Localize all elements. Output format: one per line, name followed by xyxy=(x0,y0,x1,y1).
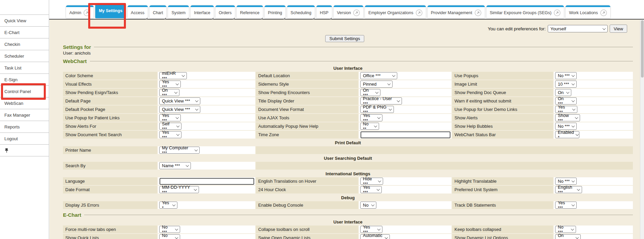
field-select[interactable]: Name *** xyxy=(159,162,191,169)
field-select[interactable]: On hover xyxy=(555,234,581,239)
field-select[interactable]: Yes *** xyxy=(159,114,181,121)
sidebar-item-scheduler[interactable]: Scheduler xyxy=(0,50,49,62)
field-select[interactable]: Yes * xyxy=(159,202,177,209)
table-row: Force multi-row tabs openNo ***Collapse … xyxy=(63,226,633,233)
field-select[interactable]: Yes *** xyxy=(555,106,577,113)
sidebar-item-reports[interactable]: Reports xyxy=(0,121,49,133)
field-select[interactable]: On *** xyxy=(159,89,179,96)
sidebar-item-task-list[interactable]: Task List xyxy=(0,62,49,74)
field-select[interactable]: No ** xyxy=(360,123,379,130)
chevron-down-icon xyxy=(194,187,197,191)
table-row: Search ByName *** xyxy=(63,162,633,170)
field-value-cell: Yes *** xyxy=(359,226,451,233)
field-label: Warn if exiting without submit xyxy=(452,97,553,105)
tab-chart[interactable]: Chart xyxy=(149,5,167,18)
field-value-cell: Office *** xyxy=(359,72,451,80)
submit-settings-button[interactable]: Submit Settings xyxy=(325,35,364,42)
field-select[interactable]: PDF & PNG *** xyxy=(360,106,394,113)
field-select[interactable]: MM-DD-YYYY *** xyxy=(159,186,199,193)
chevron-down-icon xyxy=(374,124,377,127)
group-header: Print Default xyxy=(63,139,633,146)
field-label: WebChart Status Bar xyxy=(452,131,553,139)
tab-label: Provider Management xyxy=(431,10,472,15)
tab-version[interactable]: Version xyxy=(334,5,364,18)
field-label: Swipe Open Dynamic Lists xyxy=(256,234,358,239)
view-button[interactable]: View xyxy=(610,25,627,33)
field-select[interactable]: No *** xyxy=(555,226,576,233)
field-select[interactable]: My Computer *** xyxy=(159,147,200,154)
field-select[interactable]: On xyxy=(555,89,571,96)
field-select[interactable]: Yes *** xyxy=(360,186,382,193)
field-select[interactable]: Yes *** xyxy=(159,131,181,138)
field-select[interactable]: No *** xyxy=(555,123,577,130)
sidebar-item-logout[interactable]: Logout xyxy=(0,133,49,145)
select-value: No *** xyxy=(558,73,570,78)
tab-printing[interactable]: Printing xyxy=(265,5,285,18)
tab-label: Printing xyxy=(268,10,282,15)
sidebar-item-webscan[interactable]: WebScan xyxy=(0,97,49,109)
field-select[interactable]: Yes *** xyxy=(360,114,382,121)
sidebar: Quick ViewE-ChartCheckinSchedulerTask Li… xyxy=(0,0,49,239)
tab-my-settings[interactable]: My Settings xyxy=(95,3,126,18)
field-select[interactable]: Self *** xyxy=(159,123,181,130)
tab-system[interactable]: System xyxy=(168,5,189,18)
select-value: MM-DD-YYYY *** xyxy=(162,185,192,195)
sidebar-item-label: Scheduler xyxy=(4,54,24,59)
field-select[interactable]: Yes *** xyxy=(555,202,577,209)
tab-reference[interactable]: Reference xyxy=(237,5,263,18)
field-select[interactable]: No *** xyxy=(555,178,577,185)
field-select[interactable]: No *** xyxy=(159,226,180,233)
field-select[interactable]: Office *** xyxy=(360,72,397,79)
field-select[interactable]: 10 *** xyxy=(555,81,577,88)
field-select[interactable]: Practice - User *** xyxy=(360,97,402,104)
tab-interface[interactable]: Interface xyxy=(191,5,214,18)
field-select[interactable]: miEHR *** xyxy=(159,72,187,79)
vertical-scrollbar[interactable] xyxy=(640,20,644,239)
settings-for-label: Settings for xyxy=(63,44,91,50)
field-select[interactable]: Quick View *** xyxy=(159,106,200,113)
tab-label: System xyxy=(171,10,185,15)
edit-preferences-select[interactable]: Yourself xyxy=(548,25,608,32)
field-select[interactable]: Enabled * xyxy=(555,131,579,138)
select-value: No *** xyxy=(162,233,173,239)
chevron-down-icon xyxy=(377,187,380,191)
tab-access[interactable]: Access xyxy=(128,5,148,18)
group-header: User Interface xyxy=(63,218,633,225)
field-text-input[interactable] xyxy=(361,131,450,138)
field-select[interactable]: On *** xyxy=(360,89,380,96)
field-select[interactable]: No xyxy=(360,202,376,209)
tab-scheduling[interactable]: Scheduling xyxy=(287,5,315,18)
sidebar-item-e-chart[interactable]: E-Chart xyxy=(0,27,49,38)
field-select[interactable]: No *** xyxy=(159,234,180,239)
field-select[interactable]: English *** xyxy=(555,186,582,193)
field-select[interactable]: Quick View *** xyxy=(159,97,200,104)
field-select[interactable]: Show *** xyxy=(555,114,580,121)
tab-admin[interactable]: Admin xyxy=(66,5,94,18)
field-select[interactable]: On *** xyxy=(555,97,577,104)
field-value-cell: miEHR *** xyxy=(158,72,255,80)
sidebar-item-pin[interactable] xyxy=(0,145,49,156)
tab-work-locations[interactable]: Work Locations xyxy=(566,5,610,18)
edit-preferences-label: You can edit preferences for: xyxy=(488,26,546,31)
tab-employer-organizations[interactable]: Employer Organizations xyxy=(365,5,426,18)
field-select[interactable]: Yes *** xyxy=(360,226,382,233)
tab-provider-management[interactable]: Provider Management xyxy=(428,5,485,18)
scrollbar-thumb[interactable] xyxy=(641,20,644,78)
field-label: Show Alerts xyxy=(452,114,553,122)
field-select[interactable]: No *** xyxy=(555,72,577,79)
sidebar-item-control-panel[interactable]: Control Panel xyxy=(0,86,49,97)
field-select[interactable]: Pinned xyxy=(360,81,393,88)
tab-orders[interactable]: Orders xyxy=(215,5,235,18)
field-select[interactable]: Yes *** xyxy=(159,81,181,88)
sidebar-item-e-sign[interactable]: E-Sign xyxy=(0,74,49,86)
field-select[interactable]: Hide *** xyxy=(360,178,383,185)
tab-similar-exposure-groups-segs-[interactable]: Similar Exposure Groups (SEGs) xyxy=(486,5,564,18)
sidebar-item-quick-view[interactable]: Quick View xyxy=(0,15,49,27)
sidebar-item-fax-manager[interactable]: Fax Manager xyxy=(0,109,49,121)
tab-hsp[interactable]: HSP xyxy=(316,5,332,18)
empty-filler-cell xyxy=(256,146,633,154)
field-text-input[interactable] xyxy=(160,178,254,185)
sidebar-item-checkin[interactable]: Checkin xyxy=(0,38,49,50)
field-value-cell: Yes *** xyxy=(554,201,633,209)
field-select[interactable]: Automatic * xyxy=(360,234,390,239)
